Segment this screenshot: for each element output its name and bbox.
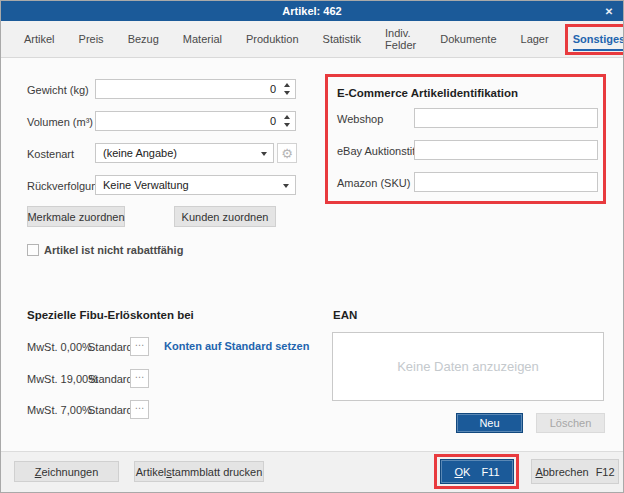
tab-dokumente[interactable]: Dokumente	[440, 21, 496, 57]
tab-lager[interactable]: Lager	[521, 21, 549, 57]
webshop-label: Webshop	[337, 113, 383, 125]
gewicht-label: Gewicht (kg)	[27, 84, 89, 96]
artikelstammblatt-drucken-button[interactable]: Artikelstammblatt drucken	[134, 461, 264, 482]
tab-material[interactable]: Material	[183, 21, 222, 57]
mwst-7-label: MwSt. 7,00%	[27, 404, 92, 416]
tab-bar: Artikel Preis Bezug Material Produktion …	[1, 21, 623, 58]
mwst-0-browse-button[interactable]: …	[130, 337, 149, 356]
mwst-0-value: Standard	[88, 341, 133, 353]
kostenart-settings-button[interactable]: ⚙	[277, 143, 297, 163]
ok-shortcut: F11	[481, 466, 499, 478]
rueckverfolgung-label: Rückverfolgung	[27, 180, 103, 192]
ean-loeschen-button[interactable]: Löschen	[536, 413, 605, 433]
abbrechen-shortcut: F12	[596, 466, 615, 478]
amazon-sku-label: Amazon (SKU)	[337, 177, 410, 189]
tab-bezug[interactable]: Bezug	[128, 21, 159, 57]
tab-statistik[interactable]: Statistik	[323, 21, 362, 57]
ecommerce-heading: E-Commerce Artikelidentifikation	[337, 87, 518, 99]
rabattfaehig-checkbox-label: Artikel ist nicht rabattfähig	[44, 244, 183, 256]
gewicht-value: 0	[270, 83, 276, 95]
ok-button[interactable]: OK F11	[440, 459, 514, 484]
chevron-down-icon	[283, 184, 289, 188]
tab-indiv-felder[interactable]: Indiv. Felder	[385, 21, 416, 57]
ean-list[interactable]: Keine Daten anzuzeigen	[332, 332, 604, 401]
fibu-heading: Spezielle Fibu-Erlöskonten bei	[27, 309, 194, 321]
kostenart-value: (keine Angabe)	[103, 147, 177, 159]
mwst-19-browse-button[interactable]: …	[130, 369, 149, 388]
gewicht-input[interactable]: 0	[95, 79, 296, 99]
ean-heading: EAN	[333, 309, 357, 321]
spinner-down-icon[interactable]	[284, 123, 290, 127]
ean-neu-button[interactable]: Neu	[456, 413, 523, 433]
kostenart-select[interactable]: (keine Angabe)	[95, 143, 274, 163]
ebay-auktionstitel-input[interactable]	[414, 140, 598, 160]
ean-empty-placeholder: Keine Daten anzuzeigen	[397, 359, 539, 374]
mwst-19-value: Standard	[88, 373, 133, 385]
kunden-zuordnen-button[interactable]: Kunden zuordnen	[174, 206, 276, 227]
ellipsis-icon: …	[135, 370, 145, 379]
mwst-7-value: Standard	[88, 404, 133, 416]
volumen-label: Volumen (m³)	[27, 116, 93, 128]
kostenart-label: Kostenart	[27, 148, 74, 160]
rueckverfolgung-value: Keine Verwaltung	[103, 179, 189, 191]
title-bar: Artikel: 462 ✕	[1, 1, 623, 21]
merkmale-zuordnen-button[interactable]: Merkmale zuordnen	[27, 206, 125, 227]
zeichnungen-button[interactable]: Zeichnungen	[14, 461, 119, 482]
mwst-7-browse-button[interactable]: …	[130, 400, 149, 419]
gewicht-spinner[interactable]	[282, 83, 292, 95]
ellipsis-icon: …	[135, 338, 145, 347]
window-title: Artikel: 462	[282, 5, 341, 17]
active-tab-underline	[573, 49, 624, 51]
tab-preis[interactable]: Preis	[79, 21, 104, 57]
rabattfaehig-checkbox[interactable]	[27, 244, 39, 256]
tab-artikel[interactable]: Artikel	[24, 21, 55, 57]
amazon-sku-input[interactable]	[414, 172, 598, 192]
webshop-input[interactable]	[414, 108, 598, 128]
volumen-spinner[interactable]	[282, 115, 292, 127]
tab-sonstiges[interactable]: Sonstiges	[573, 21, 624, 57]
chevron-down-icon	[261, 152, 267, 156]
ellipsis-icon: …	[135, 401, 145, 410]
tab-produktion[interactable]: Produktion	[246, 21, 299, 57]
rueckverfolgung-select[interactable]: Keine Verwaltung	[95, 175, 296, 195]
volumen-value: 0	[270, 115, 276, 127]
artikel-dialog: Artikel: 462 ✕ Artikel Preis Bezug Mater…	[0, 0, 624, 493]
volumen-input[interactable]: 0	[95, 111, 296, 131]
gear-icon: ⚙	[281, 146, 293, 161]
mwst-0-label: MwSt. 0,00%	[27, 341, 92, 353]
ebay-auktionstitel-label: eBay Auktionstitel	[337, 145, 424, 157]
spinner-up-icon[interactable]	[284, 115, 290, 119]
spinner-up-icon[interactable]	[284, 83, 290, 87]
abbrechen-button[interactable]: Abbrechen F12	[531, 459, 619, 484]
close-icon[interactable]: ✕	[595, 1, 623, 21]
konten-standard-link[interactable]: Konten auf Standard setzen	[164, 340, 309, 352]
spinner-down-icon[interactable]	[284, 91, 290, 95]
